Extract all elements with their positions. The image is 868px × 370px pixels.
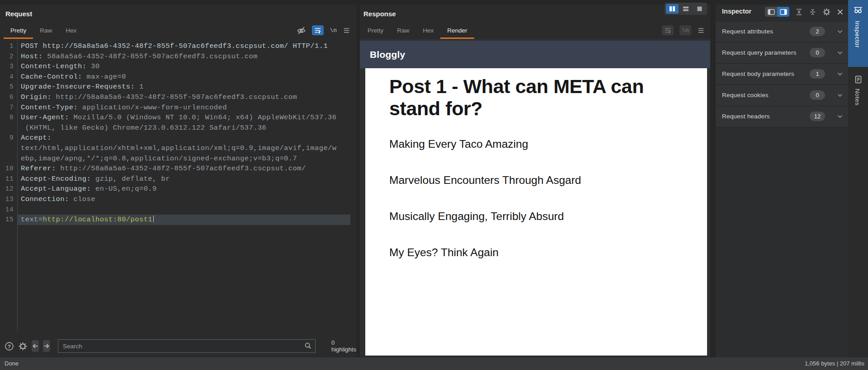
help-icon[interactable]: ? <box>5 342 14 351</box>
inspector-section[interactable]: Request attributes2 <box>716 21 848 42</box>
editor-line-text: User-Agent: Mozilla/5.0 (Windows NT 10.0… <box>17 112 350 123</box>
inspector-section-label: Request cookies <box>722 92 769 98</box>
newline-chars-button[interactable]: \n <box>330 27 337 34</box>
collapse-all-button[interactable] <box>795 8 803 16</box>
editor-line[interactable]: 7Content-Type: application/x-www-form-ur… <box>0 103 357 113</box>
tab-pretty[interactable]: Pretty <box>361 24 390 39</box>
request-panel: Request PrettyRawHex \n 1POST http://58a… <box>0 5 357 357</box>
editor-line[interactable]: (KHTML, like Gecko) Chrome/123.0.6312.12… <box>0 123 357 133</box>
editor-line[interactable]: 6Origin: http://58a8a5a6-4352-48f2-855f-… <box>0 92 357 103</box>
count-badge: 0 <box>810 90 825 100</box>
search-icon[interactable] <box>304 342 312 350</box>
line-number: 15 <box>0 215 17 225</box>
search-forward-button[interactable] <box>43 340 50 352</box>
line-number: 10 <box>0 164 17 174</box>
rendered-post-body: Making Every Taco AmazingMarvelous Encou… <box>365 138 707 259</box>
editor-line[interactable]: 2Host: 58a8a5a6-4352-48f2-855f-507ac6fee… <box>0 52 357 62</box>
rail-tab-inspector[interactable]: Inspector <box>848 0 868 67</box>
layout-columns-button[interactable] <box>666 4 679 14</box>
response-panel: Response PrettyRawHexRender \n Bloggly P… <box>360 5 710 357</box>
inspector-sections: Request attributes2Request query paramet… <box>716 21 848 127</box>
editor-line[interactable]: 9Accept: <box>0 133 357 143</box>
inspector-title: Inspector <box>722 8 751 15</box>
tab-render[interactable]: Render <box>440 24 474 39</box>
gear-icon[interactable] <box>822 8 831 16</box>
rail-inspector-label: Inspector <box>854 21 861 48</box>
expand-all-button[interactable] <box>809 8 816 16</box>
count-badge: 12 <box>810 112 825 121</box>
chevron-down-icon[interactable] <box>837 72 843 76</box>
chevron-down-icon[interactable] <box>837 115 843 118</box>
tab-hex[interactable]: Hex <box>59 24 83 39</box>
line-number <box>0 154 17 164</box>
wrap-lines-button-disabled <box>662 25 674 35</box>
editor-line[interactable]: 15text=http://localhost:80/post1 <box>0 215 357 225</box>
post-line: Making Every Taco Amazing <box>389 138 707 150</box>
inspector-dock-left-button[interactable] <box>765 7 777 17</box>
post-line: Musically Engaging, Terribly Absurd <box>389 210 707 223</box>
close-icon[interactable] <box>837 9 844 15</box>
inspector-section[interactable]: Request query parameters0 <box>716 42 848 63</box>
editor-line[interactable]: text/html,application/xhtml+xml,applicat… <box>0 143 357 154</box>
response-panel-title: Response <box>363 10 396 18</box>
line-number: 1 <box>0 41 17 52</box>
editor-line[interactable]: 11Accept-Encoding: gzip, deflate, br <box>0 174 357 184</box>
line-number: 12 <box>0 184 17 194</box>
editor-line-text: Connection: close <box>17 194 350 205</box>
line-number <box>0 143 17 154</box>
inspector-section[interactable]: Request body parameters1 <box>716 63 848 84</box>
tab-hex[interactable]: Hex <box>416 24 440 39</box>
tab-raw[interactable]: Raw <box>390 24 416 39</box>
tab-raw[interactable]: Raw <box>33 24 59 39</box>
editor-line[interactable]: 12Accept-Language: en-US,en;q=0.9 <box>0 184 357 194</box>
editor-line-text: Cache-Control: max-age=0 <box>17 72 350 82</box>
search-back-button[interactable] <box>32 340 39 352</box>
chevron-down-icon[interactable] <box>837 51 843 55</box>
editor-line[interactable]: 8User-Agent: Mozilla/5.0 (Windows NT 10.… <box>0 112 357 123</box>
editor-line[interactable]: 3Content-Length: 30 <box>0 61 357 72</box>
inspector-dock-right-button[interactable] <box>777 7 789 17</box>
editor-line[interactable]: 5Upgrade-Insecure-Requests: 1 <box>0 82 357 92</box>
wrap-lines-button[interactable] <box>312 25 324 35</box>
editor-line-text: Host: 58a8a5a6-4352-48f2-855f-507ac6feed… <box>17 52 350 62</box>
tab-pretty[interactable]: Pretty <box>4 24 33 39</box>
inspector-section-label: Request attributes <box>722 28 773 35</box>
svg-text:?: ? <box>8 343 11 349</box>
editor-line[interactable]: 1POST http://58a8a5a6-4352-48f2-855f-507… <box>0 41 357 52</box>
inspector-glasses-icon <box>853 5 863 14</box>
editor-line[interactable]: ebp,image/apng,*/*;q=0.8,application/sig… <box>0 154 357 164</box>
response-menu-icon[interactable] <box>697 27 705 34</box>
line-number: 2 <box>0 52 17 62</box>
rail-tab-notes[interactable]: Notes <box>854 89 861 106</box>
editor-line-text: POST http://58a8a5a6-4352-48f2-855f-507a… <box>17 41 350 52</box>
inspector-section-label: Request body parameters <box>722 70 794 77</box>
status-bar: Done 1,056 bytes | 207 millis <box>0 357 868 370</box>
editor-line[interactable]: 14 <box>0 205 357 215</box>
notes-icon[interactable] <box>854 75 863 84</box>
line-number: 11 <box>0 174 17 184</box>
editor-line-text: text=http://localhost:80/post1 <box>17 215 350 225</box>
editor-line[interactable]: 10Referer: http://58a8a5a6-4352-48f2-855… <box>0 164 357 174</box>
inspector-section[interactable]: Request headers12 <box>716 106 848 127</box>
inspector-header: Inspector <box>716 5 848 21</box>
chevron-down-icon[interactable] <box>837 30 843 33</box>
layout-single-button[interactable] <box>693 4 706 14</box>
search-input[interactable] <box>58 339 316 353</box>
chevron-down-icon[interactable] <box>837 94 843 97</box>
request-editor[interactable]: 1POST http://58a8a5a6-4352-48f2-855f-507… <box>0 39 357 331</box>
layout-rows-button[interactable] <box>679 4 692 14</box>
status-message: Done <box>5 360 19 367</box>
request-panel-title: Request <box>5 10 32 18</box>
editor-line-text: Accept: <box>17 133 350 143</box>
line-number: 4 <box>0 72 17 82</box>
settings-icon[interactable] <box>18 342 28 351</box>
editor-line[interactable]: 13Connection: close <box>0 194 357 205</box>
post-line: My Eyes? Think Again <box>389 246 707 259</box>
hide-matches-icon[interactable] <box>297 26 306 35</box>
editor-line[interactable]: 4Cache-Control: max-age=0 <box>0 72 357 82</box>
line-number: 3 <box>0 61 17 72</box>
request-menu-icon[interactable] <box>343 27 350 34</box>
response-render-view: Bloggly Post 1 - What can META can stand… <box>360 39 710 356</box>
editor-line-text: (KHTML, like Gecko) Chrome/123.0.6312.12… <box>17 123 350 133</box>
inspector-section[interactable]: Request cookies0 <box>716 84 848 106</box>
